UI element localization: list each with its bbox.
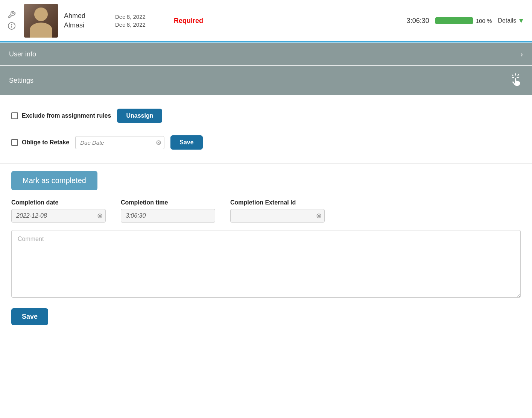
save-bottom-button[interactable]: Save (11, 308, 48, 325)
main-content: User info › Settings Exclude from assign… (0, 43, 532, 333)
details-button[interactable]: Details ▼ (498, 17, 524, 25)
settings-content: Exclude from assignment rules Unassign O… (0, 95, 532, 164)
due-date-input[interactable] (75, 136, 164, 149)
status-badge: Required (174, 17, 219, 25)
settings-chevron-icon (509, 73, 523, 88)
completion-ext-label: Completion External Id (230, 199, 325, 206)
completion-time-wrap (121, 209, 215, 223)
completion-date-input[interactable] (11, 209, 106, 223)
fields-row: Completion date ⊗ Completion time Comple… (11, 199, 521, 223)
completion-time-label: Completion time (121, 199, 215, 206)
user-info-label: User info (9, 50, 36, 58)
completion-date-clear-button[interactable]: ⊗ (97, 212, 103, 220)
due-date-wrapper: ⊗ (75, 136, 164, 149)
completion-area: Mark as completed Completion date ⊗ Comp… (0, 164, 532, 333)
exclude-checkbox[interactable] (11, 112, 18, 119)
oblige-checkbox-label[interactable]: Oblige to Retake (11, 139, 69, 146)
oblige-row: Oblige to Retake ⊗ Save (11, 129, 521, 156)
completion-ext-clear-button[interactable]: ⊗ (316, 212, 322, 220)
progress-bar-bg (435, 17, 473, 24)
progress-percent: 100 % (476, 18, 492, 24)
completion-date-wrap: ⊗ (11, 209, 106, 223)
completion-time-group: Completion time (121, 199, 215, 223)
user-info-section-header[interactable]: User info › (0, 43, 532, 65)
unassign-button[interactable]: Unassign (117, 109, 162, 123)
exclude-row: Exclude from assignment rules Unassign (11, 103, 521, 129)
completion-ext-input[interactable] (230, 209, 325, 223)
completion-date-group: Completion date ⊗ (11, 199, 106, 223)
date2: Dec 8, 2022 (115, 21, 168, 28)
date1: Dec 8, 2022 (115, 14, 168, 20)
exclude-checkbox-label[interactable]: Exclude from assignment rules (11, 112, 111, 119)
first-name: Ahmed (64, 11, 109, 21)
completion-date-label: Completion date (11, 199, 106, 206)
time-display: 3:06:30 (407, 17, 429, 25)
comment-textarea[interactable] (11, 230, 521, 298)
due-date-clear-button[interactable]: ⊗ (156, 139, 161, 146)
header-dates: Dec 8, 2022 Dec 8, 2022 (115, 14, 168, 28)
settings-label: Settings (9, 77, 33, 85)
user-info-chevron-icon: › (520, 50, 523, 59)
header-right: 3:06:30 100 % Details ▼ (407, 17, 524, 25)
last-name: Almasi (64, 21, 109, 30)
completion-ext-group: Completion External Id ⊗ (230, 199, 325, 223)
progress-bar-fill (435, 17, 473, 24)
header-name: Ahmed Almasi (64, 11, 109, 30)
save-settings-button[interactable]: Save (170, 135, 202, 150)
details-chevron-icon: ▼ (518, 17, 524, 25)
mark-completed-button[interactable]: Mark as completed (11, 171, 97, 190)
completion-ext-wrap: ⊗ (230, 209, 325, 223)
wrench-icon[interactable] (8, 11, 17, 20)
header-tools (8, 11, 17, 31)
oblige-checkbox[interactable] (11, 139, 18, 146)
completion-time-input[interactable] (121, 209, 215, 223)
avatar (24, 4, 58, 38)
settings-section-header[interactable]: Settings (0, 66, 532, 95)
header: Ahmed Almasi Dec 8, 2022 Dec 8, 2022 Req… (0, 0, 532, 42)
info-icon[interactable] (8, 22, 17, 31)
progress-container: 100 % (435, 17, 492, 24)
